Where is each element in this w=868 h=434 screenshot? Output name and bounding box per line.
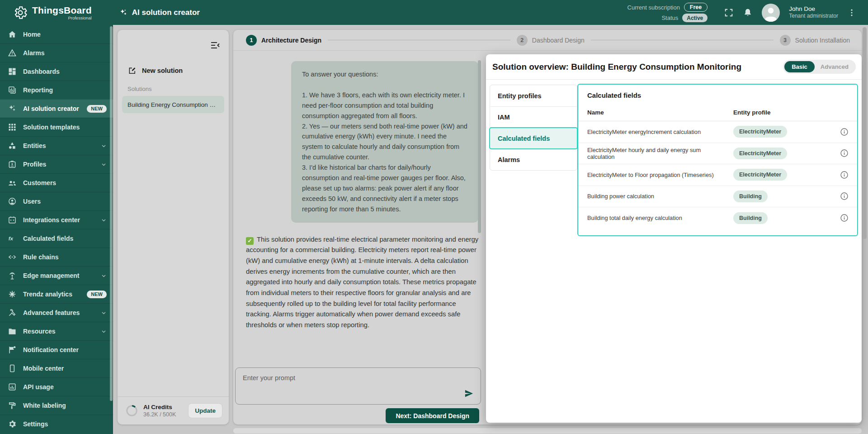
tab-iam[interactable]: IAM — [490, 106, 577, 128]
subscription-label: Current subscription — [627, 4, 680, 11]
new-solution-label: New solution — [142, 67, 183, 74]
info-icon[interactable] — [840, 149, 849, 157]
assistant-message: ✓This solution provides real-time electr… — [246, 234, 479, 331]
update-credits-button[interactable]: Update — [188, 403, 222, 418]
sidebar-item-mobile-center[interactable]: Mobile center — [0, 359, 113, 377]
sidebar-item-edge-management[interactable]: Edge management — [0, 266, 113, 285]
sidebar-item-reporting[interactable]: Reporting — [0, 81, 113, 99]
top-header: ThingsBoard Professional AI solution cre… — [0, 0, 868, 25]
tab-calculated-fields[interactable]: Calculated fields — [489, 127, 578, 149]
sidebar-item-home[interactable]: Home — [0, 25, 113, 43]
calculated-fields-title: Calculated fields — [578, 85, 857, 104]
assistant-message-text: This solution provides real-time electri… — [246, 236, 478, 329]
sidebar-item-label: API usage — [23, 383, 54, 391]
rule-chains-icon — [8, 253, 17, 262]
step-number: 2 — [517, 35, 528, 46]
collapse-panel-icon[interactable] — [210, 40, 221, 51]
ai-credits-section: AI Credits 36.2K / 500K Update — [118, 396, 229, 424]
sidebar-item-trendz-analytics[interactable]: Trendz analytics NEW — [0, 285, 113, 303]
info-icon[interactable] — [840, 128, 849, 136]
info-icon[interactable] — [840, 192, 849, 200]
sidebar-item-solution-templates[interactable]: Solution templates — [0, 118, 113, 136]
table-row[interactable]: Building total daily energy calculation … — [578, 207, 857, 229]
sidebar-item-rule-chains[interactable]: Rule chains — [0, 248, 113, 266]
prompt-input[interactable] — [236, 368, 481, 404]
sidebar-scrollbar-thumb[interactable] — [110, 26, 113, 401]
stepper-connector — [591, 40, 774, 41]
sidebar-item-dashboards[interactable]: Dashboards — [0, 62, 113, 81]
sidebar-item-api-usage[interactable]: API usage — [0, 377, 113, 396]
sidebar-item-label: Alarms — [23, 49, 44, 57]
solutions-section-label: Solutions — [127, 86, 151, 92]
subscription-block: Current subscription Free Status Active — [627, 3, 708, 22]
new-solution-button[interactable]: New solution — [127, 66, 183, 75]
tab-entity-profiles[interactable]: Entity profiles — [490, 85, 577, 106]
sidebar-item-label: Notification center — [23, 346, 79, 353]
sidebar-item-users[interactable]: Users — [0, 192, 113, 210]
chat-area: To answer your questions: 1. We have 3 f… — [234, 51, 482, 424]
chevron-down-icon — [101, 329, 107, 334]
send-icon[interactable] — [464, 388, 474, 399]
integrations-icon — [8, 215, 17, 224]
chevron-down-icon — [101, 162, 107, 167]
sidebar-item-notification-center[interactable]: Notification center — [0, 340, 113, 359]
user-circle-icon — [8, 197, 17, 206]
person-icon — [762, 4, 780, 22]
info-icon[interactable] — [840, 171, 849, 179]
profiles-badge-icon — [8, 160, 17, 169]
sidebar-item-profiles[interactable]: Profiles — [0, 155, 113, 173]
entity-profile-chip: Building — [733, 191, 768, 202]
step-architecture-design[interactable]: 1 Architecture Design — [246, 35, 321, 46]
sidebar-item-label: Edge management — [23, 272, 79, 279]
sidebar-item-resources[interactable]: Resources — [0, 322, 113, 340]
new-badge: NEW — [87, 105, 107, 113]
sidebar-item-label: Entities — [23, 142, 46, 149]
table-row[interactable]: ElectricityMeter to Floor propagation (T… — [578, 164, 857, 186]
templates-grid-icon — [8, 123, 17, 132]
step-solution-installation[interactable]: 3 Solution Installation — [780, 35, 850, 46]
sidebar-item-integrations-center[interactable]: Integrations center — [0, 210, 113, 229]
user-name: John Doe — [789, 5, 838, 13]
sidebar-item-white-labeling[interactable]: White labeling — [0, 396, 113, 415]
sidebar-item-ai-solution-creator[interactable]: AI solution creator NEW — [0, 99, 113, 118]
sidebar-item-label: Reporting — [23, 86, 53, 94]
table-row[interactable]: Building power calculation Building — [578, 186, 857, 208]
table-row[interactable]: ElectricityMeter hourly and daily energy… — [578, 143, 857, 165]
sidebar-item-alarms[interactable]: Alarms — [0, 43, 113, 62]
horizontal-scrollbar[interactable] — [233, 428, 862, 434]
kebab-menu-icon[interactable] — [847, 8, 856, 18]
solution-overview-title: Solution overview: Building Energy Consu… — [492, 62, 741, 72]
toggle-basic[interactable]: Basic — [784, 61, 815, 72]
toggle-advanced[interactable]: Advanced — [815, 61, 854, 72]
notifications-bell-icon[interactable] — [743, 8, 753, 18]
chat-scrollbar-thumb[interactable] — [478, 60, 481, 233]
info-icon[interactable] — [840, 214, 849, 222]
chevron-down-icon — [101, 273, 107, 279]
calculated-field-name: Building total daily energy calculation — [578, 215, 733, 221]
avatar[interactable] — [762, 4, 780, 22]
sidebar-item-label: Trendz analytics — [23, 291, 72, 298]
page-scrollbar-thumb[interactable] — [863, 27, 867, 239]
sidebar-item-entities[interactable]: Entities — [0, 136, 113, 155]
credits-usage: 36.2K / 500K — [143, 411, 176, 418]
sidebar-item-label: Customers — [23, 179, 56, 186]
sidebar-item-settings[interactable]: Settings — [0, 415, 113, 433]
table-row[interactable]: ElectricityMeter energyIncrement calcula… — [578, 121, 857, 143]
sidebar-item-calculated-fields[interactable]: fx Calculated fields — [0, 229, 113, 248]
column-header-name: Name — [578, 109, 733, 116]
solution-list-item[interactable]: Building Energy Consumption … — [122, 96, 224, 113]
stepper: 1 Architecture Design 2 Dashboard Design… — [233, 30, 862, 51]
sidebar-item-advanced-features[interactable]: Advanced features — [0, 303, 113, 322]
sidebar-item-label: Dashboards — [23, 68, 60, 75]
step-dashboard-design[interactable]: 2 Dashboard Design — [517, 35, 585, 46]
page-title: AI solution creator — [119, 8, 200, 17]
sidebar-item-customers[interactable]: Customers — [0, 173, 113, 192]
svg-text:fx: fx — [9, 235, 14, 241]
fullscreen-icon[interactable] — [724, 8, 734, 18]
entity-profile-chip: ElectricityMeter — [733, 126, 787, 138]
next-step-button[interactable]: Next: Dashboard Design — [386, 408, 479, 423]
tab-alarms[interactable]: Alarms — [490, 149, 577, 170]
user-menu[interactable]: John Doe Tenant administrator — [789, 5, 838, 20]
thingsboard-logo[interactable]: ThingsBoard Professional — [0, 5, 92, 20]
sidebar-item-label: Profiles — [23, 161, 46, 168]
